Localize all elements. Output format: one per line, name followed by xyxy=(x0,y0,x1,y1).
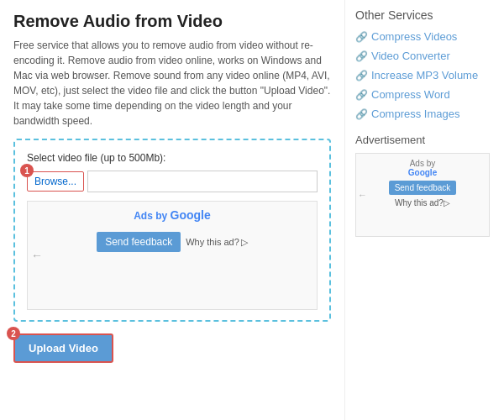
external-icon: 🔗 xyxy=(355,50,368,62)
sidebar-ad-box: ← Ads by Google Send feedback Why this a… xyxy=(355,153,490,237)
external-icon: 🔗 xyxy=(355,31,368,43)
list-item: 🔗 Increase MP3 Volume xyxy=(355,69,490,81)
send-feedback-button[interactable]: Send feedback xyxy=(97,232,181,252)
ad-nav-arrow[interactable]: ← xyxy=(31,249,43,262)
external-icon: 🔗 xyxy=(355,89,368,101)
page-description: Free service that allows you to remove a… xyxy=(13,38,331,129)
main-content: Remove Audio from Video Free service tha… xyxy=(0,0,344,420)
ads-by-google: Ads by Google xyxy=(134,208,211,222)
sidebar-send-feedback-button[interactable]: Send feedback xyxy=(389,181,457,195)
sidebar-link-compress-videos[interactable]: 🔗 Compress Videos xyxy=(355,30,490,43)
advertisement-title: Advertisement xyxy=(355,134,490,146)
sidebar-ads-by-google: Ads by Google xyxy=(408,159,437,177)
step-badge-1: 1 xyxy=(20,164,34,177)
sidebar-links: 🔗 Compress Videos 🔗 Video Converter 🔗 In… xyxy=(355,30,490,120)
sidebar-why-this-ad: Why this ad? ▷ xyxy=(395,198,450,207)
sidebar-link-increase-mp3[interactable]: 🔗 Increase MP3 Volume xyxy=(355,69,490,81)
upload-btn-row: 2 Upload Video xyxy=(13,333,113,363)
why-this-ad: Why this ad? ▷ xyxy=(186,237,248,248)
sidebar-link-compress-images[interactable]: 🔗 Compress Images xyxy=(355,108,490,120)
other-services-title: Other Services xyxy=(355,8,490,22)
sidebar-ad-nav-arrow[interactable]: ← xyxy=(358,190,367,200)
sidebar: Other Services 🔗 Compress Videos 🔗 Video… xyxy=(344,0,500,420)
list-item: 🔗 Compress Images xyxy=(355,108,490,120)
ad-feedback-row: Send feedback Why this ad? ▷ xyxy=(97,232,248,252)
list-item: 🔗 Video Converter xyxy=(355,50,490,62)
external-icon: 🔗 xyxy=(355,70,368,81)
list-item: 🔗 Compress Videos xyxy=(355,30,490,43)
step-badge-2: 2 xyxy=(7,327,20,340)
sidebar-link-video-converter[interactable]: 🔗 Video Converter xyxy=(355,50,490,62)
list-item: 🔗 Compress Word xyxy=(355,88,490,101)
upload-box: Select video file (up to 500Mb): 1 Brows… xyxy=(13,139,331,322)
file-input[interactable] xyxy=(87,171,318,192)
upload-video-button[interactable]: Upload Video xyxy=(13,333,113,363)
sidebar-link-compress-word[interactable]: 🔗 Compress Word xyxy=(355,88,490,101)
external-icon: 🔗 xyxy=(355,108,368,120)
file-select-label: Select video file (up to 500Mb): xyxy=(27,152,318,164)
ad-area: ← Ads by Google Send feedback Why this a… xyxy=(27,201,318,310)
file-input-row: 1 Browse... xyxy=(27,171,318,192)
page-title: Remove Audio from Video xyxy=(13,12,331,31)
browse-button[interactable]: Browse... xyxy=(27,171,84,192)
